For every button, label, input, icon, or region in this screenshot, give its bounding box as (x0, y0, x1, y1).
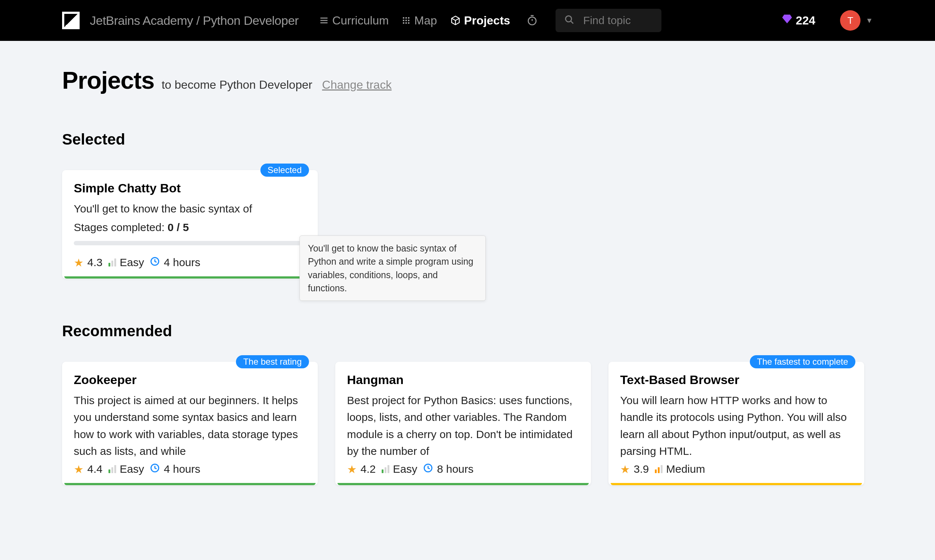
difficulty-icon (655, 465, 662, 473)
chevron-down-icon: ▼ (866, 17, 873, 25)
card-title: Text-Based Browser (620, 373, 852, 387)
gem-icon (781, 13, 793, 28)
section-selected-heading: Selected (62, 131, 873, 148)
star-icon: ★ (74, 256, 84, 269)
star-icon: ★ (347, 463, 357, 476)
section-recommended-heading: Recommended (62, 322, 873, 340)
nav-projects[interactable]: Projects (450, 14, 510, 28)
card-title: Zookeeper (74, 373, 306, 387)
card-time: 4 hours (163, 463, 200, 475)
card-badge: Selected (260, 163, 309, 177)
user-menu[interactable]: T ▼ (826, 10, 873, 31)
nav-curriculum[interactable]: Curriculum (319, 14, 389, 28)
change-track-link[interactable]: Change track (322, 78, 391, 91)
nav-label: Map (414, 14, 437, 28)
star-icon: ★ (620, 463, 630, 476)
card-rating: 4.2 (360, 463, 376, 475)
svg-rect-10 (405, 22, 407, 24)
clock-icon (150, 463, 160, 476)
card-accent-bar (611, 483, 862, 485)
card-badge: The best rating (236, 355, 309, 368)
primary-nav: Curriculum Map Projects (319, 14, 538, 28)
svg-rect-8 (408, 20, 410, 21)
svg-rect-3 (403, 17, 404, 18)
project-card[interactable]: The fastest to completeText-Based Browse… (608, 362, 864, 485)
card-description: You'll get to know the basic syntax of (74, 200, 306, 218)
stopwatch-icon[interactable] (526, 15, 538, 26)
card-time: 4 hours (163, 256, 200, 269)
list-icon (319, 16, 329, 25)
nav-label: Curriculum (332, 14, 389, 28)
card-rating: 3.9 (634, 463, 649, 475)
card-difficulty: Easy (393, 463, 417, 475)
clock-icon (150, 256, 160, 269)
card-progress-bar (74, 241, 306, 245)
card-meta: ★ 4.3 Easy 4 hours (74, 256, 306, 269)
card-meta: ★4.2Easy8 hours (347, 463, 579, 476)
avatar-initial: T (847, 15, 853, 26)
card-accent-bar (64, 483, 316, 485)
description-tooltip: You'll get to know the basic syntax of P… (299, 235, 486, 301)
card-description: Best project for Python Basics: uses fun… (347, 392, 579, 459)
difficulty-icon (108, 465, 116, 473)
difficulty-icon (108, 258, 116, 266)
card-accent-bar (64, 276, 316, 278)
svg-rect-9 (403, 22, 404, 24)
card-time: 8 hours (437, 463, 473, 475)
app-header: JetBrains Academy / Python Developer Cur… (0, 0, 935, 41)
page-subtitle: to become Python Developer Change track (162, 78, 391, 92)
nav-label: Projects (464, 14, 510, 28)
search-icon (564, 15, 575, 26)
project-card[interactable]: The best ratingZookeeperThis project is … (62, 362, 318, 485)
card-badge: The fastest to complete (750, 355, 855, 368)
card-difficulty: Easy (120, 256, 144, 269)
card-description: You will learn how HTTP works and how to… (620, 392, 852, 459)
topic-search[interactable] (556, 9, 661, 32)
card-difficulty: Medium (666, 463, 705, 475)
page-heading-row: Projects to become Python Developer Chan… (62, 66, 873, 94)
box-icon (450, 15, 461, 26)
grid-icon (402, 16, 411, 25)
gems-counter[interactable]: 224 (781, 13, 815, 28)
svg-point-16 (565, 16, 571, 22)
svg-rect-11 (408, 22, 410, 24)
difficulty-icon (382, 465, 389, 473)
star-icon: ★ (74, 463, 84, 476)
breadcrumb[interactable]: JetBrains Academy / Python Developer (90, 14, 299, 28)
card-stages: Stages completed: 0 / 5 (74, 221, 306, 234)
svg-line-17 (570, 21, 573, 24)
clock-icon (423, 463, 433, 476)
card-description: This project is aimed at our beginners. … (74, 392, 306, 459)
svg-rect-6 (403, 20, 404, 21)
jetbrains-academy-logo[interactable] (62, 12, 80, 29)
svg-rect-4 (405, 17, 407, 18)
card-meta: ★3.9Medium (620, 463, 852, 476)
card-title: Hangman (347, 373, 579, 387)
project-card-simple-chatty-bot[interactable]: Selected Simple Chatty Bot You'll get to… (62, 170, 318, 278)
avatar: T (840, 10, 861, 31)
svg-point-13 (528, 17, 536, 25)
card-difficulty: Easy (120, 463, 144, 475)
gems-value: 224 (796, 14, 815, 28)
search-input[interactable] (583, 14, 653, 27)
recommended-cards: The best ratingZookeeperThis project is … (62, 362, 873, 485)
svg-rect-7 (405, 20, 407, 21)
svg-rect-5 (408, 17, 410, 18)
project-card[interactable]: HangmanBest project for Python Basics: u… (335, 362, 591, 485)
card-meta: ★4.4Easy4 hours (74, 463, 306, 476)
nav-map[interactable]: Map (402, 14, 437, 28)
card-rating: 4.4 (87, 463, 103, 475)
card-accent-bar (337, 483, 589, 485)
page-title: Projects (62, 66, 154, 94)
card-title: Simple Chatty Bot (74, 181, 306, 195)
card-rating: 4.3 (87, 256, 103, 269)
